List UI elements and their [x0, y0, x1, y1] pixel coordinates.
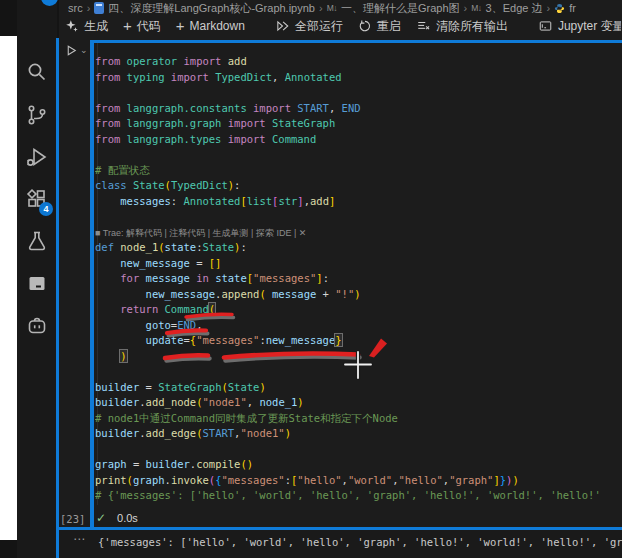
- code-line: ): [95, 349, 622, 365]
- cell-output-panel: ⋯ {'messages': ['hello', 'world', 'hello…: [59, 530, 622, 558]
- extensions-icon[interactable]: 4: [25, 187, 49, 211]
- add-code-button[interactable]: + 代码: [123, 18, 161, 35]
- plus-icon: +: [176, 21, 185, 31]
- chevron-down-icon[interactable]: ⌄: [80, 45, 88, 55]
- play-icon: [65, 44, 78, 57]
- code-line: builder.add_node("node1", node_1): [95, 395, 622, 411]
- ide-window: { "colors": { "accent": "#0f7bd8", "anno…: [0, 0, 622, 558]
- cell-status-bar: ✓ 0.0s: [96, 511, 138, 525]
- code-line: [95, 442, 622, 458]
- code-line: from langgraph.types import Command: [95, 132, 622, 148]
- activity-bar: 4: [17, 0, 57, 558]
- code-line: # 配置状态: [95, 163, 622, 179]
- markdown-icon: M↓: [327, 3, 337, 13]
- external-white-area: [0, 36, 17, 540]
- chevron-separator: ›: [464, 2, 468, 14]
- code-line: messages: Annotated[list[str],add]: [95, 194, 622, 210]
- code-line: from typing import TypedDict, Annotated: [95, 70, 622, 86]
- code-line: goto=END,: [95, 318, 622, 334]
- run-all-label: 全部运行: [295, 18, 343, 35]
- restart-label: 重启: [377, 18, 401, 35]
- code-line: return Command(: [95, 302, 622, 318]
- code-line: from operator import add: [95, 54, 622, 70]
- cell-selection-bar: [90, 40, 94, 528]
- code-line: [95, 147, 622, 163]
- robot-icon[interactable]: [25, 313, 49, 337]
- partial-badge: [41, 0, 58, 6]
- notebook-toolbar: 生成 + 代码 + Markdown 全部运行 重启: [65, 15, 621, 37]
- notebook-editor: ⌄ from operator import addfrom typing im…: [59, 38, 622, 527]
- generate-label: 生成: [84, 18, 108, 35]
- jupyter-variables-button[interactable]: Jupyter 变量: [538, 18, 621, 35]
- chevron-separator: ›: [546, 2, 550, 14]
- code-line: from langgraph.graph import StateGraph: [95, 116, 622, 132]
- cell-top-border: [94, 40, 622, 43]
- search-icon[interactable]: [25, 60, 49, 84]
- add-code-label: 代码: [137, 18, 161, 35]
- code-line: # {'messages': ['hello', 'world', 'hello…: [95, 488, 622, 504]
- clear-outputs-button[interactable]: 清除所有输出: [416, 18, 508, 35]
- notebook-file-icon: [94, 2, 104, 14]
- breadcrumb-file[interactable]: 四、深度理解LangGraph核心-Graph.ipynb: [108, 1, 315, 15]
- code-line: [95, 85, 622, 101]
- variables-icon: [538, 19, 553, 33]
- code-line: # node1中通过Command同时集成了更新State和指定下个Node: [95, 411, 622, 427]
- breadcrumb-root[interactable]: src: [68, 2, 83, 14]
- breadcrumb-section2[interactable]: 3、Edge 边: [486, 1, 543, 15]
- chevron-separator: ›: [87, 2, 91, 14]
- jupyter-variables-label: Jupyter 变量: [558, 18, 621, 35]
- add-markdown-button[interactable]: + Markdown: [176, 19, 245, 33]
- code-line: from langgraph.constants import START, E…: [95, 101, 622, 117]
- breadcrumb-cell[interactable]: fr: [569, 2, 576, 14]
- generate-button[interactable]: 生成: [65, 18, 108, 35]
- run-all-icon: [275, 19, 290, 33]
- output-text: {'messages': ['hello', 'world', 'hello',…: [98, 536, 622, 548]
- chevron-separator: ›: [319, 2, 323, 14]
- restart-icon: [358, 19, 372, 33]
- code-line: builder = StateGraph(State): [95, 380, 622, 396]
- panel-icon[interactable]: [25, 271, 49, 295]
- testing-icon[interactable]: [25, 229, 49, 253]
- output-more-actions[interactable]: ⋯: [73, 532, 86, 546]
- code-line: update={"messages":new_message}: [95, 333, 622, 349]
- clear-outputs-label: 清除所有输出: [436, 18, 508, 35]
- editor-top-bar: src › 四、深度理解LangGraph核心-Graph.ipynb › M↓…: [59, 0, 622, 38]
- code-line: graph = builder.compile(): [95, 457, 622, 473]
- success-check-icon: ✓: [96, 511, 106, 525]
- run-all-button[interactable]: 全部运行: [275, 18, 343, 35]
- source-control-icon[interactable]: [25, 103, 49, 127]
- execution-time: 0.0s: [117, 512, 138, 524]
- code-line: def node_1(state:State):: [95, 240, 622, 256]
- clear-outputs-icon: [416, 19, 431, 33]
- markdown-icon: M↓: [471, 3, 481, 13]
- code-line: new_message.append( message + "!"): [95, 287, 622, 303]
- code-line: new_message = []: [95, 256, 622, 272]
- breadcrumb-section1[interactable]: 一、理解什么是Graph图: [341, 1, 460, 15]
- extensions-badge: 4: [39, 202, 53, 216]
- python-icon: [554, 3, 565, 14]
- execution-count: [23]: [60, 513, 92, 525]
- code-line: [95, 209, 622, 225]
- sparkle-icon: [65, 19, 79, 33]
- run-debug-icon[interactable]: [25, 145, 49, 169]
- code-line: class State(TypedDict):: [95, 178, 622, 194]
- trae-inline-hint[interactable]: ■ Trae: 解释代码 | 注释代码 | 生成单测 | 探索 IDE | ✕: [95, 225, 622, 241]
- code-area[interactable]: from operator import addfrom typing impo…: [95, 54, 622, 504]
- breadcrumb[interactable]: src › 四、深度理解LangGraph核心-Graph.ipynb › M↓…: [68, 1, 620, 15]
- run-cell-button[interactable]: ⌄: [65, 44, 88, 57]
- code-line: print(graph.invoke({"messages":["hello",…: [95, 473, 622, 489]
- restart-button[interactable]: 重启: [358, 18, 401, 35]
- code-line: [95, 364, 622, 380]
- code-line: builder.add_edge(START,"node1"): [95, 426, 622, 442]
- add-markdown-label: Markdown: [190, 19, 245, 33]
- plus-icon: +: [123, 21, 132, 31]
- code-line: for message in state["messages"]:: [95, 271, 622, 287]
